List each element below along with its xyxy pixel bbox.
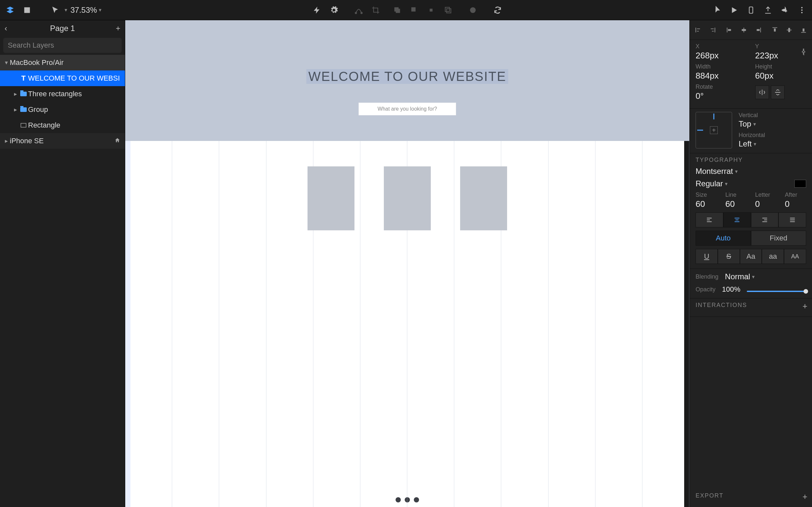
gear-icon[interactable] (326, 3, 341, 18)
align-v-top-icon[interactable] (768, 23, 782, 37)
width-value[interactable]: 884px (696, 71, 747, 81)
align-v-bottom-icon[interactable] (797, 23, 810, 37)
inspector-panel: X268px Y223px Width884px Height60px Rota… (689, 20, 812, 507)
top-toolbar: ▾ 37.53% ▾ (0, 0, 812, 20)
zoom-dropdown[interactable]: 37.53% ▾ (67, 6, 105, 15)
bool-subtract-icon[interactable] (407, 3, 422, 18)
flip-horizontal-icon[interactable] (755, 86, 769, 99)
blending-dropdown[interactable]: Normal▾ (725, 272, 755, 281)
svg-point-11 (801, 7, 803, 8)
bool-union-icon[interactable] (390, 3, 405, 18)
text-width-fixed[interactable]: Fixed (751, 231, 806, 246)
svg-rect-24 (788, 28, 790, 32)
chevron-right-icon[interactable]: ▸ (3, 137, 10, 145)
opacity-slider[interactable] (747, 291, 806, 292)
rotate-value[interactable]: 0° (696, 91, 747, 101)
rotate-label: Rotate (696, 83, 747, 91)
svg-rect-26 (803, 29, 805, 31)
svg-rect-18 (742, 29, 746, 31)
add-interaction-icon[interactable]: + (803, 301, 807, 311)
upload-icon[interactable] (760, 3, 775, 18)
svg-rect-8 (446, 8, 451, 13)
chevron-right-icon[interactable]: ▸ (12, 106, 19, 113)
text-width-auto[interactable]: Auto (696, 231, 751, 246)
layers-tab-icon[interactable] (3, 3, 18, 18)
blending-label: Blending (696, 273, 719, 280)
align-h-right-icon[interactable] (752, 23, 765, 37)
rocket-icon[interactable] (777, 3, 793, 18)
layer-group[interactable]: ▸ Group (0, 102, 125, 117)
mock-hero: WELCOME TO OUR WEBSITE What are you look… (125, 20, 689, 141)
lightning-icon[interactable] (309, 3, 324, 18)
more-icon[interactable] (794, 3, 809, 18)
vertical-dropdown[interactable]: Top▾ (739, 119, 806, 128)
text-align-left-icon[interactable] (696, 212, 723, 227)
page-title[interactable]: Page 1 (14, 24, 111, 33)
align-v-middle-icon[interactable] (783, 23, 796, 37)
svg-rect-22 (774, 29, 776, 31)
add-export-icon[interactable]: + (803, 492, 807, 502)
bool-intersect-icon[interactable] (424, 3, 439, 18)
crop-icon[interactable] (368, 3, 383, 18)
typography-heading: TYPOGRAPHY (696, 157, 806, 163)
chevron-right-icon[interactable]: ▸ (12, 91, 19, 98)
font-family-dropdown[interactable]: Montserrat▾ (696, 167, 806, 176)
layer-iphone[interactable]: ▸ iPhone SE (0, 133, 125, 149)
transform-uppercase[interactable]: AA (784, 249, 806, 264)
layer-three-rectangles[interactable]: ▸ Three rectangles (0, 86, 125, 102)
pointer-tool-icon[interactable] (48, 3, 63, 18)
letter-spacing-value[interactable]: 0 (755, 199, 776, 209)
constraints-widget[interactable]: + (696, 112, 732, 149)
pin-icon[interactable] (799, 47, 809, 57)
add-page-icon[interactable]: + (111, 24, 120, 33)
text-align-justify-icon[interactable] (778, 212, 806, 227)
device-icon[interactable] (744, 3, 758, 18)
vertical-label: Vertical (739, 112, 806, 119)
align-right-panel-icon[interactable] (706, 23, 719, 37)
home-icon[interactable] (115, 137, 120, 145)
svg-rect-19 (760, 27, 761, 32)
search-layers-input[interactable] (3, 38, 122, 53)
font-size-value[interactable]: 60 (696, 199, 717, 209)
font-weight-dropdown[interactable]: Regular▾ (696, 179, 791, 188)
line-height-value[interactable]: 60 (725, 199, 746, 209)
canvas[interactable]: iPhone SE MacBook Pro/Air W (125, 20, 689, 507)
text-align-right-icon[interactable] (751, 212, 779, 227)
refresh-icon[interactable] (490, 3, 505, 18)
height-value[interactable]: 60px (755, 71, 806, 81)
svg-rect-20 (757, 29, 759, 31)
hero-title-text[interactable]: WELCOME TO OUR WEBSITE (306, 69, 508, 84)
svg-point-2 (361, 12, 362, 13)
align-h-center-icon[interactable] (737, 23, 750, 37)
text-align-center-icon[interactable] (723, 212, 751, 227)
rect-icon (19, 123, 28, 127)
transform-titlecase[interactable]: Aa (740, 249, 762, 264)
underline-icon[interactable]: U (696, 249, 718, 264)
handoff-icon[interactable] (709, 3, 725, 18)
transform-lowercase[interactable]: aa (762, 249, 784, 264)
layer-rectangle[interactable]: Rectangle (0, 117, 125, 133)
path-edit-icon[interactable] (351, 3, 366, 18)
back-icon[interactable]: ‹ (5, 24, 14, 33)
bool-difference-icon[interactable] (441, 3, 455, 18)
x-value[interactable]: 268px (696, 51, 747, 61)
flip-vertical-icon[interactable] (771, 86, 785, 99)
text-color-swatch[interactable] (794, 180, 806, 187)
svg-rect-6 (430, 8, 432, 11)
horizontal-dropdown[interactable]: Left▾ (739, 139, 806, 149)
chevron-down-icon[interactable]: ▾ (3, 59, 10, 66)
strikethrough-icon[interactable]: S (718, 249, 740, 264)
opacity-value[interactable]: 100% (722, 285, 740, 294)
play-icon[interactable] (727, 3, 742, 18)
svg-point-9 (470, 7, 476, 13)
align-left-panel-icon[interactable] (692, 23, 705, 37)
paragraph-after-value[interactable]: 0 (785, 199, 806, 209)
align-h-left-icon[interactable] (723, 23, 736, 37)
layer-macbook[interactable]: ▾ MacBook Pro/Air (0, 55, 125, 70)
folder-icon (19, 107, 28, 112)
assets-tab-icon[interactable] (19, 3, 35, 18)
y-value[interactable]: 223px (755, 51, 806, 61)
layer-welcome-text[interactable]: T WELCOME TO OUR WEBSI (0, 70, 125, 86)
artboard-macbook[interactable]: WELCOME TO OUR WEBSITE What are you look… (125, 141, 430, 507)
mask-icon[interactable] (465, 3, 480, 18)
